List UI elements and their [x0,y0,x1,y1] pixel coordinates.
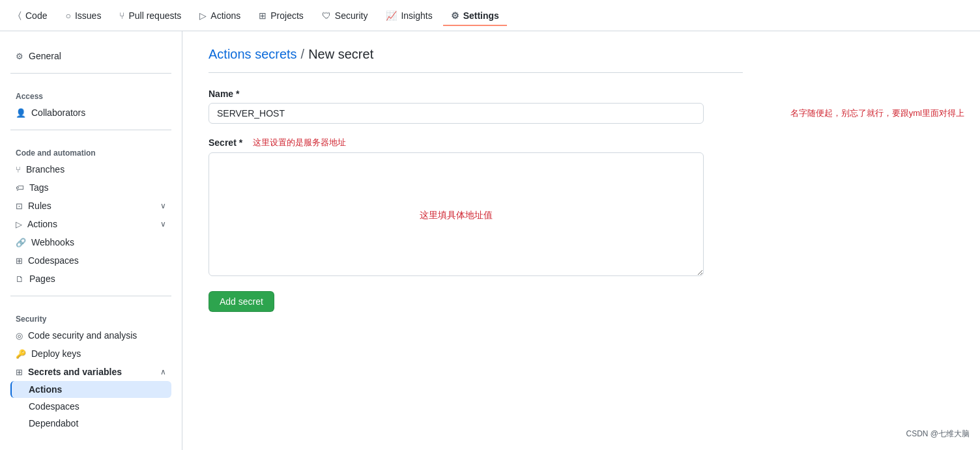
breadcrumb-link[interactable]: Actions secrets [209,47,297,62]
sidebar-item-pages[interactable]: 🗋 Pages [10,270,171,288]
sidebar-item-codespaces[interactable]: ⊞ Codespaces [10,251,171,270]
collaborators-icon: 👤 [16,108,26,118]
nav-item-settings[interactable]: ⚙ Settings [443,5,507,26]
sidebar-item-deploy-keys[interactable]: 🔑 Deploy keys [10,345,171,363]
actions-chevron-icon: ∨ [160,219,166,229]
sidebar-item-actions[interactable]: ▷ Actions ∨ [10,215,171,233]
rules-chevron-icon: ∨ [160,201,166,210]
nav-item-pull-requests[interactable]: ⑂ Pull requests [111,5,189,26]
general-icon: ⚙ [16,51,23,61]
form-divider [209,72,743,73]
sidebar-section-security: Security [10,304,171,326]
secret-form-group: Secret * 这里设置的是服务器地址 这里填具体地址值 [209,137,743,278]
textarea-wrapper: 这里填具体地址值 [209,152,704,278]
name-input[interactable] [209,103,704,124]
sidebar-section-access: Access [10,81,171,104]
sidebar-sub-item-codespaces[interactable]: Codespaces [10,398,171,415]
breadcrumb-current: New secret [308,47,373,62]
sidebar-item-rules[interactable]: ⊡ Rules ∨ [10,197,171,215]
breadcrumb: Actions secrets / New secret [209,47,743,62]
insights-icon: 📈 [386,10,397,21]
actions-nav-icon: ▷ [16,219,22,229]
sidebar-item-webhooks[interactable]: 🔗 Webhooks [10,233,171,251]
sidebar-section-code-automation: Code and automation [10,138,171,160]
sidebar-divider-1 [10,73,171,74]
nav-item-issues[interactable]: ○ Issues [57,5,109,26]
issues-icon: ○ [65,10,70,21]
name-label: Name * [209,89,743,99]
secrets-icon: ⊞ [16,367,23,377]
sidebar-sub-item-dependabot[interactable]: Dependabot [10,415,171,432]
secret-annotation: 这里设置的是服务器地址 [253,137,346,148]
watermark: CSDN @七维大脑 [906,429,970,440]
secret-textarea[interactable] [209,152,704,276]
rules-icon: ⊡ [16,201,23,211]
projects-icon: ⊞ [259,10,267,21]
code-icon: 〈 [18,10,22,21]
nav-item-actions[interactable]: ▷ Actions [192,5,248,26]
secret-label: Secret * [209,137,242,148]
deploy-keys-icon: 🔑 [16,349,26,359]
tags-icon: 🏷 [16,183,24,193]
webhooks-icon: 🔗 [16,238,26,247]
actions-icon: ▷ [199,10,207,21]
sidebar-item-secrets-variables[interactable]: ⊞ Secrets and variables ∧ [10,363,171,381]
code-security-icon: ◎ [16,331,23,341]
sidebar-item-branches[interactable]: ⑂ Branches [10,160,171,178]
name-field-row: 名字随便起，别忘了就行，要跟yml里面对得上 [209,103,704,124]
settings-icon: ⚙ [451,10,459,21]
nav-item-code[interactable]: 〈 Code [10,5,55,26]
sidebar-sub-item-actions[interactable]: Actions [10,381,171,398]
codespaces-icon: ⊞ [16,256,23,266]
sidebar-item-code-security[interactable]: ◎ Code security and analysis [10,326,171,345]
sidebar-item-general[interactable]: ⚙ General [10,47,171,65]
sidebar-item-collaborators[interactable]: 👤 Collaborators [10,104,171,122]
security-icon: 🛡 [322,10,331,21]
branches-icon: ⑂ [16,165,21,175]
nav-item-projects[interactable]: ⊞ Projects [251,5,311,26]
nav-item-insights[interactable]: 📈 Insights [378,5,440,26]
add-secret-button[interactable]: Add secret [209,291,274,312]
breadcrumb-separator: / [301,47,305,62]
name-annotation: 名字随便起，别忘了就行，要跟yml里面对得上 [790,107,964,119]
name-form-group: Name * 名字随便起，别忘了就行，要跟yml里面对得上 [209,89,743,124]
sidebar-divider-2 [10,130,171,130]
page-layout: ⚙ General Access 👤 Collaborators Code an… [0,31,980,450]
sidebar: ⚙ General Access 👤 Collaborators Code an… [0,31,182,450]
nav-item-security[interactable]: 🛡 Security [314,5,376,26]
pr-icon: ⑂ [119,10,124,21]
sidebar-divider-3 [10,296,171,296]
sidebar-item-tags[interactable]: 🏷 Tags [10,178,171,197]
pages-icon: 🗋 [16,274,24,284]
top-nav: 〈 Code ○ Issues ⑂ Pull requests ▷ Action… [0,0,980,31]
main-content: Actions secrets / New secret Name * 名字随便… [182,31,769,450]
secrets-chevron-icon: ∧ [160,367,166,376]
